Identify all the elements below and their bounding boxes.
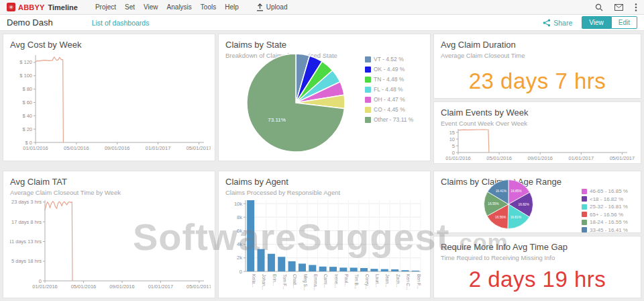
legend-color-chip [365,107,371,113]
main-menu: Project Set View Analysis Tools Help [95,3,239,11]
y-tick-label: 8k [237,214,242,220]
x-tick-label: 09/01/2016 [105,145,130,151]
kebab-menu-icon[interactable] [635,3,637,12]
bar-Jean... [381,269,388,271]
abbyy-logo-icon: ✳ [7,3,15,11]
card-title: Avg Cost by Week [10,40,208,50]
bar-Cami... [319,267,327,271]
y-tick-label: 17 days 8 hrs [11,219,42,225]
legend-color-chip [582,196,587,202]
y-tick-label: 23 days 3 hrs [11,199,42,205]
legend-label: 33-45 - 16.41 % [590,227,628,233]
legend-color-chip [582,220,587,225]
list-of-dashboards-link[interactable]: List of dashboards [92,19,150,27]
menu-view[interactable]: View [144,3,158,11]
x-tick-label: 01/01/2017 [148,284,174,290]
bar-Keila... [247,200,254,271]
y-tick-label: $ 20 [22,126,32,132]
legend-label: VT - 4.52 % [374,56,404,62]
edit-button[interactable]: Edit [611,16,637,29]
legend-label: Other - 73.11 % [374,116,413,123]
bar-Johan... [258,249,265,271]
bar-Emma... [309,265,316,271]
y-tick-label: $ 60 [22,99,32,105]
y-tick-label: $ 120 [19,59,32,65]
legend-item-OK: OK - 4.49 % [365,66,413,73]
search-icon[interactable] [595,3,603,11]
legend-color-chip [582,212,587,217]
abbyy-brand: ✳ ABBYY Timeline [7,3,78,11]
view-button[interactable]: View [582,16,611,29]
legend-color-chip [365,87,371,93]
bar-Zach... [391,269,398,271]
menu-set[interactable]: Set [125,3,135,11]
legend-item-TN: TN - 4.48 % [365,76,413,83]
legend-item-25-32: 25-32 - 16.81 % [582,204,628,210]
legend-item-Other: Other - 73.11 % [365,116,413,123]
dashboard-toolbar: Demo Dash List of dashboards Share View … [0,15,644,31]
x-tick-label: 05/01/2017 [186,145,211,151]
card-require-more-info-avg-time-gap: Require More Info Avg Time Gap Time Requ… [433,236,641,298]
y-tick-label: 11 days 13 hrs [10,239,42,245]
card-title: Claims by Agent [225,177,423,187]
menu-help[interactable]: Help [225,3,239,11]
bar-category-label: Tim B... [354,274,359,289]
y-tick-label: $ 40 [22,113,32,119]
share-icon [543,19,551,27]
card-claims-by-agent: Claims by Agent Claims Processed by Resp… [218,171,431,298]
pie-slice-label: 16.56% [495,216,506,219]
bar-category-label: Paul... [344,274,349,287]
y-tick-label: 10 [449,136,455,142]
y-tick-label: 15 [449,130,455,136]
brand-timeline: Timeline [48,3,78,11]
menu-analysis[interactable]: Analysis [167,3,192,11]
legend-label: 46-65 - 16.85 % [590,188,628,194]
avg-claim-duration-value: 23 days 7 hrs [441,69,634,94]
bar-Lauri... [370,269,378,271]
legend-color-chip [365,97,371,103]
bar-category-label: Emma... [313,274,318,290]
pie-slice-label: 73.11% [268,117,286,123]
y-tick-label: 4k [237,241,242,247]
upload-label: Upload [266,3,288,11]
menu-project[interactable]: Project [95,3,116,11]
x-tick-label: 01/01/2017 [146,145,171,151]
card-subtitle: Time Required to Receiving Missing Info [441,254,634,261]
legend-item-OH: OH - 4.47 % [365,96,413,103]
bar-Paul... [339,267,347,271]
bar-category-label: Cami... [323,274,328,288]
share-button[interactable]: Share [543,19,572,27]
bar-Ben F... [412,271,419,271]
bar-Corey... [360,268,368,271]
legend-item-VT: VT - 4.52 % [365,56,413,62]
legend-item-65+: 65+ - 16.56 % [582,212,628,218]
legend-label: OK - 4.49 % [374,66,405,73]
y-tick-label: 10k [234,201,242,207]
card-avg-cost-by-week: Avg Cost by Week $ 0$ 20$ 40$ 60$ 80$ 10… [3,34,215,161]
legend-label: 25-32 - 16.81 % [590,204,628,210]
pie-slice-label: 16.82% [518,203,529,206]
legend-label: 18-24 - 16.55 % [590,219,628,225]
card-claims-by-claimant-age-range: Claims by Claimant Age Range 16.85%16.82… [433,171,641,233]
x-tick-label: 05/01/2016 [486,155,512,161]
card-claim-events-by-week: Claim Events by Week Event Count Week Ov… [433,101,641,164]
mail-icon[interactable] [614,4,623,11]
x-tick-label: 09/01/2016 [109,284,135,290]
pie-slice-label: 16.81% [511,216,522,219]
brand-abbyy: ABBYY [18,3,45,11]
legend-color-chip [582,227,587,232]
menu-tools[interactable]: Tools [201,3,216,11]
legend-label: TN - 4.48 % [374,76,404,83]
card-claims-by-state: Claims by State Breakdown of Claims by S… [218,34,431,161]
y-tick-label: $ 80 [22,86,32,92]
y-tick-label: 6k [237,228,242,234]
bar-Tom F... [278,257,285,271]
legend-label: 65+ - 16.56 % [590,212,623,218]
legend-color-chip [365,67,371,73]
x-tick-label: 01/01/2017 [569,155,594,161]
bar-category-label: Chad... [292,274,297,288]
bar-category-label: Jean... [385,274,390,288]
upload-button[interactable]: Upload [256,3,288,11]
bar-category-label: Keila... [252,274,256,288]
card-title: Avg Claim Duration [441,40,634,50]
